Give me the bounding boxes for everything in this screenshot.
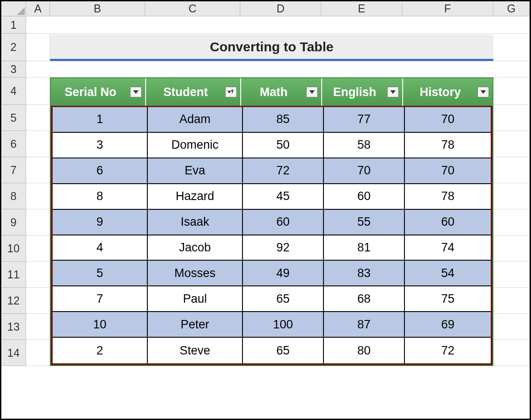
cell-math[interactable]: 50 xyxy=(243,133,324,158)
col-header-D[interactable]: D xyxy=(240,1,321,16)
col-english[interactable]: English xyxy=(322,78,403,106)
svg-marker-4 xyxy=(309,90,315,94)
cell-history[interactable]: 78 xyxy=(405,133,491,158)
cell-student[interactable]: Adam xyxy=(148,107,243,133)
row-header-12[interactable]: 12 xyxy=(1,288,26,314)
cell-student[interactable]: Steve xyxy=(148,338,243,363)
col-header-C[interactable]: C xyxy=(145,1,240,16)
cell-serial[interactable]: 7 xyxy=(53,286,148,312)
cell-math[interactable]: 45 xyxy=(243,184,324,210)
select-all-triangle-icon xyxy=(17,7,25,15)
svg-marker-2 xyxy=(227,91,231,93)
cell-history[interactable]: 78 xyxy=(405,184,491,210)
cell-serial[interactable]: 9 xyxy=(53,210,148,235)
row-header-9[interactable]: 9 xyxy=(1,209,26,235)
cell-english[interactable]: 55 xyxy=(324,210,405,235)
cell-student[interactable]: Peter xyxy=(148,312,243,338)
cell-student[interactable]: Eva xyxy=(148,158,243,184)
cell-student[interactable]: Isaak xyxy=(148,210,243,235)
row-header-8[interactable]: 8 xyxy=(1,183,26,209)
cell-math[interactable]: 92 xyxy=(243,235,324,261)
cell-english[interactable]: 68 xyxy=(324,286,405,312)
filter-dropdown-icon[interactable] xyxy=(130,87,142,97)
cell-english[interactable]: 87 xyxy=(324,312,405,338)
cell-student[interactable]: Paul xyxy=(148,286,243,312)
cell-history[interactable]: 74 xyxy=(405,235,491,261)
col-student[interactable]: Student xyxy=(146,78,241,106)
cell-math[interactable]: 65 xyxy=(243,286,324,312)
cell-student[interactable]: Domenic xyxy=(148,133,243,158)
col-header-F[interactable]: F xyxy=(402,1,493,16)
svg-marker-1 xyxy=(133,90,139,94)
svg-marker-0 xyxy=(17,7,25,15)
cell-history[interactable]: 70 xyxy=(405,107,491,133)
cell-english[interactable]: 58 xyxy=(324,133,405,158)
page-title: Converting to Table xyxy=(50,35,493,61)
cell-english[interactable]: 80 xyxy=(324,338,405,363)
select-all-corner[interactable] xyxy=(1,1,26,16)
cell-math[interactable]: 72 xyxy=(243,158,324,184)
svg-marker-5 xyxy=(390,90,396,94)
filter-dropdown-icon[interactable] xyxy=(477,87,489,97)
cell-math[interactable]: 60 xyxy=(243,210,324,235)
cell-serial[interactable]: 8 xyxy=(53,184,148,210)
col-serial-no[interactable]: Serial No xyxy=(51,78,146,106)
row-header-13[interactable]: 13 xyxy=(1,314,26,340)
header-label: English xyxy=(333,85,377,99)
row-header-5[interactable]: 5 xyxy=(1,105,26,131)
cell-student[interactable]: Hazard xyxy=(148,184,243,210)
col-header-G[interactable]: G xyxy=(493,1,530,16)
row-header-3[interactable]: 3 xyxy=(1,61,26,77)
filter-dropdown-icon[interactable] xyxy=(306,87,318,97)
cell-student[interactable]: Mosses xyxy=(148,261,243,286)
data-table: Serial No Student Math English History 1… xyxy=(50,77,493,366)
row-header-2[interactable]: 2 xyxy=(1,34,26,61)
spreadsheet-grid: A B C D E F G 1 2 Converting to Table 3 … xyxy=(1,1,530,366)
row-header-14[interactable]: 14 xyxy=(1,340,26,366)
row-header-7[interactable]: 7 xyxy=(1,157,26,183)
cell-math[interactable]: 65 xyxy=(243,338,324,363)
sort-asc-icon[interactable] xyxy=(225,87,237,97)
cell-math[interactable]: 100 xyxy=(243,312,324,338)
col-history[interactable]: History xyxy=(403,78,493,106)
cell-history[interactable]: 72 xyxy=(405,338,491,363)
cell-english[interactable]: 81 xyxy=(324,235,405,261)
header-label: Math xyxy=(260,85,288,99)
col-math[interactable]: Math xyxy=(241,78,322,106)
col-header-E[interactable]: E xyxy=(321,1,402,16)
cell-english[interactable]: 70 xyxy=(324,158,405,184)
col-header-A[interactable]: A xyxy=(26,1,50,16)
table-header-row: Serial No Student Math English History xyxy=(51,78,493,106)
cell-serial[interactable]: 2 xyxy=(53,338,148,363)
header-label: History xyxy=(419,85,461,99)
cell-english[interactable]: 77 xyxy=(324,107,405,133)
cell-history[interactable]: 54 xyxy=(405,261,491,286)
svg-marker-6 xyxy=(481,90,486,94)
row-header-1[interactable]: 1 xyxy=(1,16,26,34)
cell-serial[interactable]: 1 xyxy=(53,107,148,133)
header-label: Serial No xyxy=(65,85,116,99)
cell-history[interactable]: 70 xyxy=(405,158,491,184)
row-header-4[interactable]: 4 xyxy=(1,77,26,105)
cell-history[interactable]: 75 xyxy=(405,286,491,312)
cell-history[interactable]: 60 xyxy=(405,210,491,235)
cell-math[interactable]: 49 xyxy=(243,261,324,286)
cell-english[interactable]: 60 xyxy=(324,184,405,210)
cell-english[interactable]: 83 xyxy=(324,261,405,286)
header-label: Student xyxy=(163,85,208,99)
cell-serial[interactable]: 6 xyxy=(53,158,148,184)
cell-student[interactable]: Jacob xyxy=(148,235,243,261)
row-header-6[interactable]: 6 xyxy=(1,131,26,157)
row-header-11[interactable]: 11 xyxy=(1,262,26,288)
cell-serial[interactable]: 10 xyxy=(53,312,148,338)
cell-math[interactable]: 85 xyxy=(243,107,324,133)
row-header-10[interactable]: 10 xyxy=(1,235,26,262)
cell-serial[interactable]: 3 xyxy=(53,133,148,158)
cell-serial[interactable]: 4 xyxy=(53,235,148,261)
cell-history[interactable]: 69 xyxy=(405,312,491,338)
col-header-B[interactable]: B xyxy=(50,1,145,16)
filter-dropdown-icon[interactable] xyxy=(387,87,399,97)
table-body: 1Adam8577703Domenic5058786Eva7270708Haza… xyxy=(51,106,493,365)
cell-serial[interactable]: 5 xyxy=(53,261,148,286)
